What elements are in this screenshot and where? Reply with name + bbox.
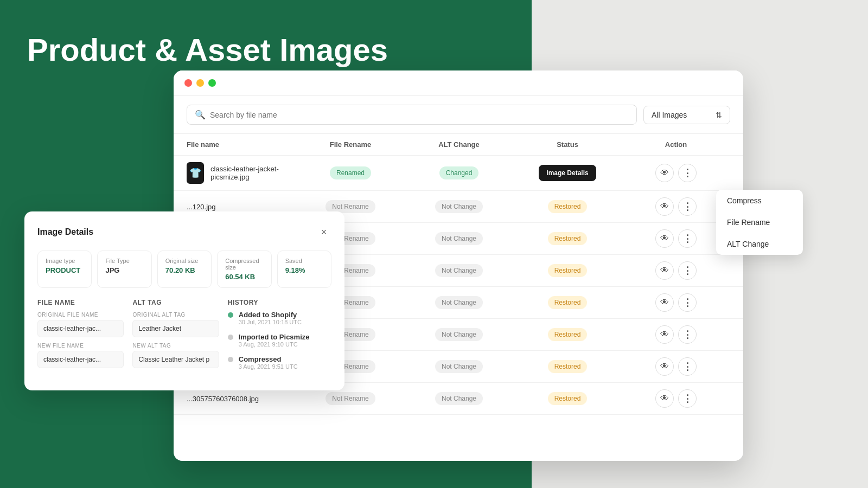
table-row: 👕 classic-leather-jacket-picsmize.jpg Re…: [174, 156, 743, 191]
action-cell: 👁 ⋮: [622, 164, 730, 182]
panel-close-button[interactable]: ×: [316, 224, 331, 240]
restored-badge: Restored: [548, 232, 588, 245]
alt-cell: Changed: [405, 166, 513, 179]
not-change-badge: Not Change: [435, 328, 483, 341]
action-cell: 👁 ⋮: [622, 197, 730, 216]
dots-menu-button[interactable]: ⋮: [678, 325, 697, 344]
traffic-light-yellow[interactable]: [196, 79, 204, 87]
eye-icon-button[interactable]: 👁: [655, 325, 674, 344]
info-card-value: 60.54 KB: [225, 273, 263, 281]
history-title: Imported to Picsmize: [239, 333, 310, 341]
traffic-light-red[interactable]: [184, 79, 192, 87]
history-content: Added to Shopify 30 Jul, 2021 10:18 UTC: [239, 311, 302, 325]
info-card-value: 9.18%: [285, 266, 323, 274]
history-section-title: History: [228, 299, 331, 306]
file-name-text: classic-leather-jacket-picsmize.jpg: [210, 165, 296, 181]
traffic-light-green[interactable]: [208, 79, 216, 87]
info-card-label: File Type: [105, 258, 143, 264]
eye-icon-button[interactable]: 👁: [655, 197, 674, 216]
history-date: 30 Jul, 2021 10:18 UTC: [239, 319, 302, 325]
col-header-action: Action: [622, 140, 730, 149]
dots-menu-button[interactable]: ⋮: [678, 197, 697, 216]
info-card-value: JPG: [105, 266, 143, 274]
history-dot: [228, 335, 233, 340]
context-menu: Compress File Rename ALT Change: [716, 190, 803, 255]
filter-label: All Images: [652, 111, 687, 119]
detail-sections: File name ORIGINAL FILE NAME classic-lea…: [37, 299, 331, 377]
rename-cell: Not Rename: [296, 392, 405, 405]
history-content: Imported to Picsmize 3 Aug, 2021 9:10 UT…: [239, 333, 310, 348]
original-alt-value: Leather Jacket: [132, 320, 219, 337]
action-cell: 👁 ⋮: [622, 325, 730, 344]
alt-cell: Not Change: [405, 392, 513, 405]
image-details-button[interactable]: Image Details: [539, 165, 596, 181]
dots-menu-button[interactable]: ⋮: [678, 293, 697, 312]
info-card-image-type: Image type PRODUCT: [37, 251, 92, 288]
changed-badge: Changed: [439, 166, 479, 179]
image-details-panel: Image Details × Image type PRODUCT File …: [24, 211, 344, 390]
dots-menu-button[interactable]: ⋮: [678, 261, 697, 280]
file-name-cell: ...120.jpg: [187, 203, 296, 211]
not-rename-badge: Not Rename: [326, 392, 375, 405]
not-change-badge: Not Change: [435, 264, 483, 277]
eye-icon-button[interactable]: 👁: [655, 389, 674, 408]
eye-icon-button[interactable]: 👁: [655, 229, 674, 248]
table-header: File name File Rename ALT Change Status …: [174, 134, 743, 156]
eye-icon-button[interactable]: 👁: [655, 357, 674, 376]
alt-cell: Not Change: [405, 264, 513, 277]
info-card-compressed-size: Compressed size 60.54 KB: [217, 251, 271, 288]
info-card-label: Compressed size: [225, 258, 263, 271]
history-dot: [228, 312, 233, 318]
hero-title: Product & Asset Images: [27, 33, 388, 67]
panel-header: Image Details ×: [37, 224, 331, 240]
original-file-value: classic-leather-jac...: [37, 320, 124, 337]
eye-icon-button[interactable]: 👁: [655, 164, 674, 182]
search-icon: 🔍: [195, 110, 206, 120]
renamed-badge: Renamed: [330, 166, 371, 179]
history-date: 3 Aug, 2021 9:51 UTC: [239, 363, 298, 370]
dots-menu-button[interactable]: ⋮: [678, 164, 697, 182]
window-titlebar: [174, 70, 743, 96]
filter-dropdown[interactable]: All Images ⇅: [643, 106, 730, 124]
info-card-label: Image type: [46, 258, 84, 264]
action-cell: 👁 ⋮: [622, 229, 730, 248]
history-item: Added to Shopify 30 Jul, 2021 10:18 UTC: [228, 311, 331, 325]
info-card-original-size: Original size 70.20 KB: [157, 251, 212, 288]
file-name-text: ...30575760376008.jpg: [187, 395, 259, 403]
alt-cell: Not Change: [405, 232, 513, 245]
history-section: History Added to Shopify 30 Jul, 2021 10…: [228, 299, 331, 377]
action-cell: 👁 ⋮: [622, 293, 730, 312]
context-menu-rename[interactable]: File Rename: [716, 211, 803, 233]
eye-icon-button[interactable]: 👁: [655, 261, 674, 280]
history-date: 3 Aug, 2021 9:10 UTC: [239, 341, 310, 348]
info-card-saved: Saved 9.18%: [277, 251, 331, 288]
eye-icon-button[interactable]: 👁: [655, 293, 674, 312]
dots-menu-button[interactable]: ⋮: [678, 229, 697, 248]
restored-badge: Restored: [548, 264, 588, 277]
status-cell: Restored: [513, 296, 622, 309]
history-title: Added to Shopify: [239, 311, 302, 319]
search-box[interactable]: 🔍: [187, 105, 637, 125]
context-menu-compress[interactable]: Compress: [716, 190, 803, 211]
file-name-text: ...120.jpg: [187, 203, 216, 211]
info-card-file-type: File Type JPG: [97, 251, 151, 288]
context-menu-alt-change[interactable]: ALT Change: [716, 233, 803, 255]
toolbar: 🔍 All Images ⇅: [174, 96, 743, 134]
dots-menu-button[interactable]: ⋮: [678, 389, 697, 408]
search-input[interactable]: [210, 111, 629, 119]
status-cell: Restored: [513, 200, 622, 213]
alt-cell: Not Change: [405, 328, 513, 341]
file-name-cell: 👕 classic-leather-jacket-picsmize.jpg: [187, 162, 296, 184]
info-card-value: 70.20 KB: [165, 266, 203, 274]
not-change-badge: Not Change: [435, 200, 483, 213]
original-file-label: ORIGINAL FILE NAME: [37, 312, 124, 318]
info-card-label: Original size: [165, 258, 203, 264]
status-cell: Restored: [513, 264, 622, 277]
file-name-cell: ...30575760376008.jpg: [187, 395, 296, 403]
rename-cell: Renamed: [296, 166, 405, 179]
info-cards: Image type PRODUCT File Type JPG Origina…: [37, 251, 331, 288]
history-content: Compressed 3 Aug, 2021 9:51 UTC: [239, 355, 298, 370]
traffic-lights: [184, 79, 216, 87]
dots-menu-button[interactable]: ⋮: [678, 357, 697, 376]
status-cell: Restored: [513, 328, 622, 341]
